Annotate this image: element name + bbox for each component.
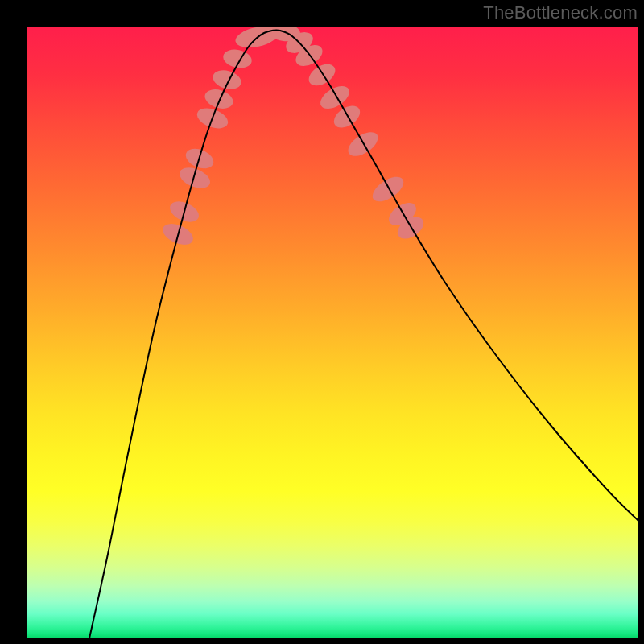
bottleneck-curve bbox=[89, 30, 638, 638]
curve-marker bbox=[221, 47, 254, 70]
curve-layer bbox=[27, 27, 638, 638]
curve-marker bbox=[211, 67, 244, 92]
marker-group bbox=[159, 27, 427, 249]
plot-area bbox=[27, 27, 638, 638]
curve-marker bbox=[369, 172, 408, 207]
curve-marker bbox=[202, 86, 235, 112]
chart-container: TheBottleneck.com bbox=[0, 0, 644, 644]
watermark-text: TheBottleneck.com bbox=[483, 2, 638, 23]
